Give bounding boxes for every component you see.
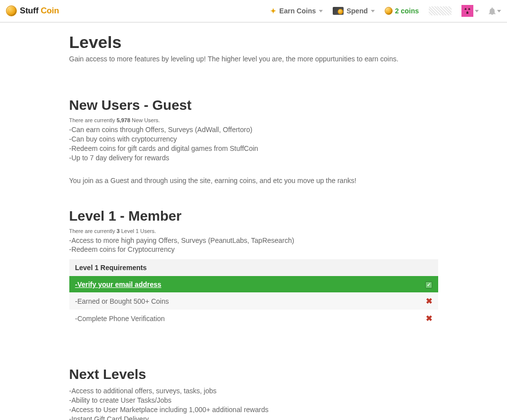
list-item: -Redeem coins for Cryptocurrency	[69, 245, 438, 254]
logo-coin-icon	[6, 5, 17, 16]
guest-section: New Users - Guest There are currently 5,…	[69, 97, 438, 185]
table-row: -Complete Phone Verification ✖	[69, 310, 438, 327]
req-header: Level 1 Requirements	[69, 259, 438, 276]
list-item: -Can buy coins with cryptocurrency	[69, 135, 438, 144]
coins-balance-text: 2 coins	[395, 7, 419, 15]
level1-count-prefix: There are currently	[69, 228, 117, 234]
guest-note: You join as a Guest and through using th…	[69, 177, 438, 185]
signature-image	[429, 6, 452, 15]
avatar-icon	[461, 5, 473, 17]
level1-heading: Level 1 - Member	[69, 208, 438, 224]
page-title: Levels	[69, 33, 438, 52]
level1-section: Level 1 - Member There are currently 3 L…	[69, 208, 438, 327]
coins-balance[interactable]: 2 coins	[385, 7, 419, 15]
table-row: -Verify your email address ✓	[69, 276, 438, 292]
notifications-menu[interactable]	[489, 7, 501, 15]
req-status: ✖	[418, 310, 438, 327]
list-item: -Access to additional offers, surveys, t…	[69, 386, 438, 396]
nav-spend-label: Spend	[347, 7, 368, 15]
navbar: Stuff Coin ✦ Earn Coins Spend 2 coins	[0, 0, 507, 23]
chevron-down-icon	[497, 10, 501, 12]
nav-earn-label: Earn Coins	[279, 7, 316, 15]
main-content: Levels Gain access to more features by l…	[69, 23, 438, 420]
nav-spend[interactable]: Spend	[333, 7, 375, 15]
list-item: -Access to more high paying Offers, Surv…	[69, 236, 438, 245]
chevron-down-icon	[371, 10, 375, 12]
req-text: -Earned or Bought 500+ Coins	[69, 292, 418, 310]
req-status: ✖	[418, 292, 438, 310]
rocket-icon: ✦	[270, 7, 276, 15]
guest-count-suffix: New Users.	[130, 117, 160, 123]
req-text: -Complete Phone Verification	[69, 310, 418, 327]
brand-stuff: Stuff	[20, 6, 39, 15]
list-item: -Can earn coins through Offers, Surveys …	[69, 125, 438, 135]
navbar-left: Stuff Coin	[6, 5, 59, 16]
x-icon: ✖	[426, 297, 432, 305]
list-item: -Redeem coins for gift cards and digital…	[69, 144, 438, 153]
list-item: -Up to 7 day delivery for rewards	[69, 153, 438, 163]
brand-link[interactable]: Stuff Coin	[20, 6, 59, 16]
req-text[interactable]: -Verify your email address	[69, 276, 418, 292]
guest-count-prefix: There are currently	[69, 117, 117, 123]
coin-icon	[385, 7, 393, 15]
list-item: -Ability to create User Tasks/Jobs	[69, 396, 438, 405]
list-item: -Instant Gift Card Delivery	[69, 415, 438, 420]
nav-earn-coins[interactable]: ✦ Earn Coins	[270, 7, 323, 15]
next-bullets: -Access to additional offers, surveys, t…	[69, 386, 438, 420]
next-heading: Next Levels	[69, 367, 438, 382]
bell-icon	[489, 7, 496, 15]
chevron-down-icon	[319, 10, 323, 12]
navbar-right: ✦ Earn Coins Spend 2 coins	[270, 5, 501, 17]
x-icon: ✖	[426, 314, 432, 323]
check-icon: ✓	[425, 281, 432, 288]
chevron-down-icon	[475, 10, 479, 12]
guest-heading: New Users - Guest	[69, 97, 438, 113]
table-row: -Earned or Bought 500+ Coins ✖	[69, 292, 438, 310]
list-item: -Access to User Marketplace including 1,…	[69, 405, 438, 415]
guest-count: There are currently 5,978 New Users.	[69, 117, 438, 123]
level1-count: There are currently 3 Level 1 Users.	[69, 228, 438, 234]
brand-coin: Coin	[41, 6, 59, 15]
page-subtitle: Gain access to more features by leveling…	[69, 55, 438, 63]
user-menu[interactable]	[461, 5, 479, 17]
level1-count-suffix: Level 1 Users.	[120, 228, 156, 234]
guest-bullets: -Can earn coins through Offers, Surveys …	[69, 125, 438, 163]
req-link: -Verify your email address	[75, 280, 161, 288]
level1-bullets: -Access to more high paying Offers, Surv…	[69, 236, 438, 255]
req-status: ✓	[418, 276, 438, 292]
guest-count-value: 5,978	[116, 117, 130, 123]
level1-requirements-table: Level 1 Requirements -Verify your email …	[69, 259, 438, 327]
spend-icon	[333, 7, 344, 15]
next-levels-section: Next Levels -Access to additional offers…	[69, 367, 438, 420]
